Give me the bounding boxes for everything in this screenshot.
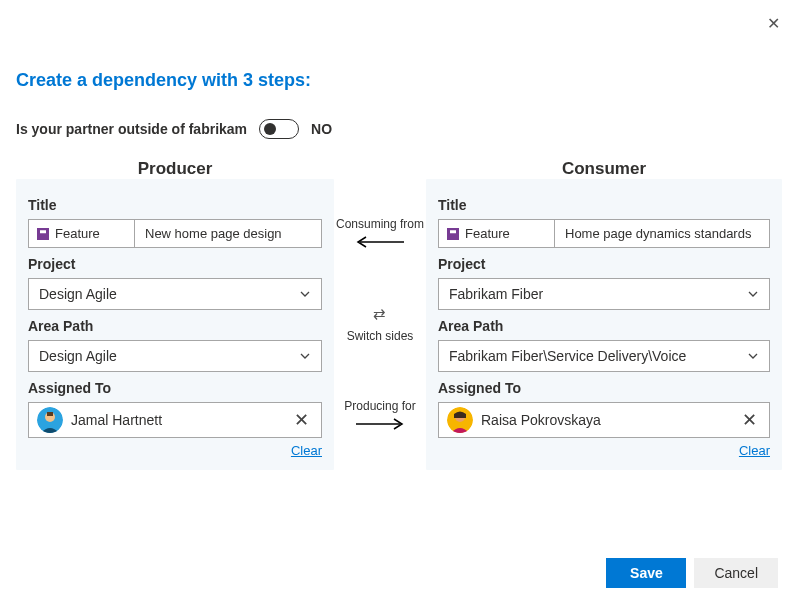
close-icon[interactable]: ✕ (767, 14, 780, 33)
producing-for-label: Producing for (344, 399, 415, 413)
producer-type-select[interactable]: Feature (28, 219, 134, 248)
middle-column: Consuming from ⇄ Switch sides Producing … (334, 179, 426, 470)
svg-rect-8 (450, 230, 456, 233)
consumer-project-select[interactable]: Fabrikam Fiber (438, 278, 770, 310)
consumer-assignee-name: Raisa Pokrovskaya (481, 412, 730, 428)
consumer-panel: Consumer Title Feature Home page dynamic… (426, 179, 782, 470)
producer-title-input[interactable]: New home page design (134, 219, 322, 248)
consumer-heading: Consumer (438, 159, 770, 179)
feature-icon (37, 228, 49, 240)
chevron-down-icon (299, 350, 311, 362)
consumer-title-input[interactable]: Home page dynamics standards (554, 219, 770, 248)
producer-type-text: Feature (55, 226, 100, 241)
consumer-type-text: Feature (465, 226, 510, 241)
svg-rect-1 (40, 230, 46, 233)
producer-assigned-label: Assigned To (28, 380, 322, 396)
consumer-type-select[interactable]: Feature (438, 219, 554, 248)
svg-rect-4 (47, 412, 53, 416)
avatar (447, 407, 473, 433)
producer-area-value: Design Agile (39, 348, 117, 364)
consuming-from-label: Consuming from (336, 217, 424, 231)
partner-question-row: Is your partner outside of fabrikam NO (0, 91, 798, 139)
consumer-project-value: Fabrikam Fiber (449, 286, 543, 302)
producer-project-label: Project (28, 256, 322, 272)
partner-toggle[interactable] (259, 119, 299, 139)
consumer-area-value: Fabrikam Fiber\Service Delivery\Voice (449, 348, 686, 364)
avatar (37, 407, 63, 433)
consumer-title-label: Title (438, 197, 770, 213)
consumer-assignee-field[interactable]: Raisa Pokrovskaya ✕ (438, 402, 770, 438)
producer-area-label: Area Path (28, 318, 322, 334)
chevron-down-icon (747, 350, 759, 362)
producer-panel: Producer Title Feature New home page des… (16, 179, 334, 470)
producer-project-select[interactable]: Design Agile (28, 278, 322, 310)
producer-assignee-name: Jamal Hartnett (71, 412, 282, 428)
clear-assignee-icon[interactable]: ✕ (290, 409, 313, 431)
consumer-project-label: Project (438, 256, 770, 272)
partner-question-text: Is your partner outside of fabrikam (16, 121, 247, 137)
toggle-knob (264, 123, 276, 135)
producer-area-select[interactable]: Design Agile (28, 340, 322, 372)
svg-rect-7 (447, 228, 459, 240)
swap-icon: ⇄ (373, 305, 386, 323)
chevron-down-icon (747, 288, 759, 300)
page-title: Create a dependency with 3 steps: (0, 0, 798, 91)
switch-sides-button[interactable]: ⇄ Switch sides (347, 305, 414, 343)
chevron-down-icon (299, 288, 311, 300)
consumer-area-label: Area Path (438, 318, 770, 334)
switch-sides-label: Switch sides (347, 329, 414, 343)
consumer-clear-link[interactable]: Clear (739, 443, 770, 458)
producer-title-label: Title (28, 197, 322, 213)
consumer-assigned-label: Assigned To (438, 380, 770, 396)
feature-icon (447, 228, 459, 240)
partner-question-prefix: Is your partner outside of (16, 121, 189, 137)
partner-toggle-value: NO (311, 121, 332, 137)
producer-project-value: Design Agile (39, 286, 117, 302)
producer-heading: Producer (28, 159, 322, 179)
save-button[interactable]: Save (606, 558, 686, 588)
arrow-left-icon (354, 235, 406, 249)
producer-assignee-field[interactable]: Jamal Hartnett ✕ (28, 402, 322, 438)
cancel-button[interactable]: Cancel (694, 558, 778, 588)
clear-assignee-icon[interactable]: ✕ (738, 409, 761, 431)
arrow-right-icon (354, 417, 406, 431)
producer-clear-link[interactable]: Clear (291, 443, 322, 458)
partner-org: fabrikam (189, 121, 247, 137)
consumer-area-select[interactable]: Fabrikam Fiber\Service Delivery\Voice (438, 340, 770, 372)
svg-rect-0 (37, 228, 49, 240)
